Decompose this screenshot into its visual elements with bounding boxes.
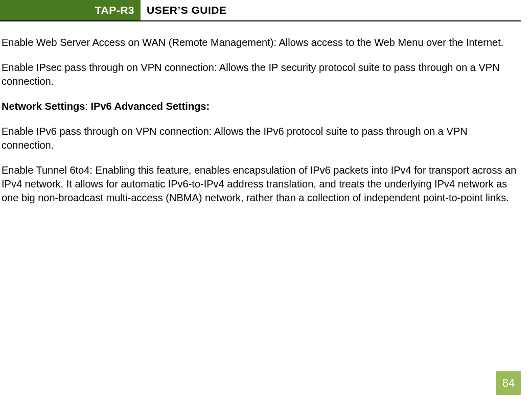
document-body: Enable Web Server Access on WAN (Remote … bbox=[0, 21, 532, 205]
paragraph-tunnel-6to4: Enable Tunnel 6to4: Enabling this featur… bbox=[2, 163, 521, 205]
section-heading-ipv6: Network Settings: IPv6 Advanced Settings… bbox=[2, 100, 521, 113]
section-heading-part2: IPv6 Advanced Settings: bbox=[90, 101, 210, 112]
product-name: TAP-R3 bbox=[95, 4, 134, 16]
page-number-value: 84 bbox=[502, 376, 515, 390]
page-number: 84 bbox=[496, 371, 521, 395]
section-heading-part1: Network Settings bbox=[2, 101, 85, 112]
paragraph-web-server-access: Enable Web Server Access on WAN (Remote … bbox=[2, 36, 521, 50]
paragraph-ipv6-passthrough: Enable IPv6 pass through on VPN connecti… bbox=[2, 125, 521, 152]
section-heading-sep: : bbox=[85, 101, 90, 112]
document-title: USER’S GUIDE bbox=[141, 0, 227, 20]
document-header: TAP-R3 USER’S GUIDE bbox=[0, 0, 521, 21]
paragraph-ipsec-passthrough: Enable IPsec pass through on VPN connect… bbox=[2, 61, 521, 88]
product-badge: TAP-R3 bbox=[0, 0, 141, 20]
